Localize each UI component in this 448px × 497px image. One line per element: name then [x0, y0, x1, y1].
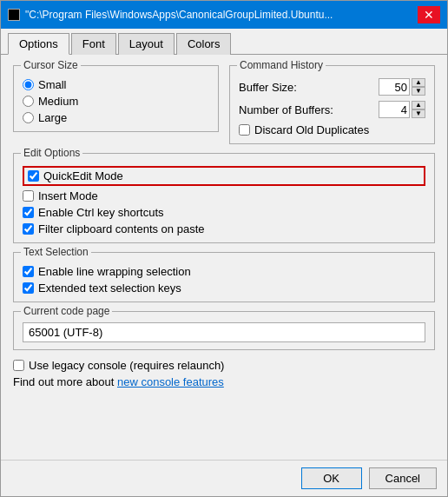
find-out-more-row: Find out more about new console features — [13, 375, 435, 388]
quickedit-label: QuickEdit Mode — [43, 169, 123, 182]
tab-options[interactable]: Options — [8, 33, 69, 55]
cursor-medium-radio[interactable] — [23, 96, 34, 107]
find-out-more-prefix: Find out more about — [13, 375, 117, 388]
legacy-label: Use legacy console (requires relaunch) — [29, 359, 224, 372]
tab-colors[interactable]: Colors — [176, 33, 232, 55]
buffer-size-down[interactable]: ▼ — [412, 87, 425, 96]
buffer-size-label: Buffer Size: — [239, 81, 297, 94]
cursor-small-radio[interactable] — [23, 79, 34, 90]
main-window: "C:\Program Files\WindowsApps\CanonicalG… — [0, 0, 448, 497]
line-wrapping-checkbox[interactable] — [23, 266, 34, 277]
edit-options-section: Edit Options QuickEdit Mode Insert Mode … — [13, 153, 435, 243]
cursor-small[interactable]: Small — [23, 78, 209, 91]
cursor-size-title: Cursor Size — [21, 59, 81, 71]
cursor-size-section: Cursor Size Small Medium Large — [13, 65, 219, 132]
buffer-size-up[interactable]: ▲ — [412, 78, 425, 87]
title-bar: "C:\Program Files\WindowsApps\CanonicalG… — [1, 1, 447, 29]
buffer-size-row: Buffer Size: ▲ ▼ — [239, 78, 425, 96]
num-buffers-down[interactable]: ▼ — [412, 109, 425, 118]
ctrl-shortcuts-row[interactable]: Enable Ctrl key shortcuts — [23, 206, 425, 219]
quickedit-row: QuickEdit Mode — [23, 166, 425, 186]
content-area: Cursor Size Small Medium Large — [1, 55, 447, 460]
cursor-medium[interactable]: Medium — [23, 95, 209, 108]
num-buffers-spinner: ▲ ▼ — [379, 101, 425, 118]
top-sections: Cursor Size Small Medium Large — [13, 65, 435, 153]
extended-text-label: Extended text selection keys — [38, 282, 181, 295]
legacy-row[interactable]: Use legacy console (requires relaunch) — [13, 359, 435, 372]
tab-layout[interactable]: Layout — [118, 33, 175, 55]
edit-options-checks: QuickEdit Mode Insert Mode Enable Ctrl k… — [23, 166, 425, 235]
cursor-large-radio[interactable] — [23, 112, 34, 123]
buffer-size-input[interactable] — [379, 78, 410, 96]
ctrl-shortcuts-label: Enable Ctrl key shortcuts — [38, 206, 164, 219]
line-wrapping-row[interactable]: Enable line wrapping selection — [23, 265, 425, 278]
insert-mode-row[interactable]: Insert Mode — [23, 189, 425, 202]
new-console-features-link[interactable]: new console features — [117, 375, 224, 388]
command-history-title: Command History — [237, 59, 326, 71]
num-buffers-label: Number of Buffers: — [239, 103, 333, 116]
tab-bar: Options Font Layout Colors — [1, 29, 447, 55]
code-page-section: Current code page 65001 (UTF-8) — [13, 311, 435, 350]
command-history-col: Command History Buffer Size: ▲ ▼ — [229, 65, 435, 153]
cursor-small-label: Small — [38, 78, 67, 91]
title-bar-left: "C:\Program Files\WindowsApps\CanonicalG… — [8, 9, 333, 21]
cursor-medium-label: Medium — [38, 95, 78, 108]
extended-text-checkbox[interactable] — [23, 282, 34, 294]
num-buffers-spinner-btns: ▲ ▼ — [412, 101, 425, 118]
insert-mode-label: Insert Mode — [38, 189, 98, 202]
num-buffers-input[interactable] — [379, 101, 410, 118]
cursor-large[interactable]: Large — [23, 111, 209, 124]
num-buffers-up[interactable]: ▲ — [412, 101, 425, 109]
edit-options-title: Edit Options — [21, 147, 82, 159]
num-buffers-row: Number of Buffers: ▲ ▼ — [239, 101, 425, 118]
quickedit-checkbox[interactable] — [28, 170, 39, 182]
text-selection-title: Text Selection — [21, 246, 91, 258]
discard-row: Discard Old Duplicates — [239, 123, 425, 136]
window-title: "C:\Program Files\WindowsApps\CanonicalG… — [25, 9, 333, 21]
cursor-size-options: Small Medium Large — [23, 78, 209, 124]
ctrl-shortcuts-checkbox[interactable] — [23, 207, 34, 218]
close-button[interactable]: ✕ — [418, 6, 440, 23]
insert-mode-checkbox[interactable] — [23, 190, 34, 202]
filter-clipboard-checkbox[interactable] — [23, 223, 34, 235]
discard-checkbox[interactable] — [239, 124, 250, 136]
code-page-value: 65001 (UTF-8) — [23, 322, 425, 342]
text-selection-checks: Enable line wrapping selection Extended … — [23, 265, 425, 295]
cursor-size-col: Cursor Size Small Medium Large — [13, 65, 219, 153]
text-selection-section: Text Selection Enable line wrapping sele… — [13, 252, 435, 302]
legacy-checkbox[interactable] — [13, 360, 24, 371]
cursor-large-label: Large — [38, 111, 67, 124]
code-page-title: Current code page — [21, 305, 112, 317]
line-wrapping-label: Enable line wrapping selection — [38, 265, 191, 278]
filter-clipboard-row[interactable]: Filter clipboard contents on paste — [23, 222, 425, 235]
extended-text-row[interactable]: Extended text selection keys — [23, 282, 425, 295]
buffer-size-spinner: ▲ ▼ — [379, 78, 425, 96]
cancel-button[interactable]: Cancel — [369, 467, 437, 489]
command-history-section: Command History Buffer Size: ▲ ▼ — [229, 65, 435, 144]
app-icon — [8, 9, 20, 21]
ok-button[interactable]: OK — [301, 467, 362, 489]
footer: OK Cancel — [1, 460, 447, 496]
discard-label: Discard Old Duplicates — [254, 123, 369, 136]
filter-clipboard-label: Filter clipboard contents on paste — [38, 222, 205, 235]
buffer-size-spinner-btns: ▲ ▼ — [412, 78, 425, 96]
tab-font[interactable]: Font — [71, 33, 116, 55]
